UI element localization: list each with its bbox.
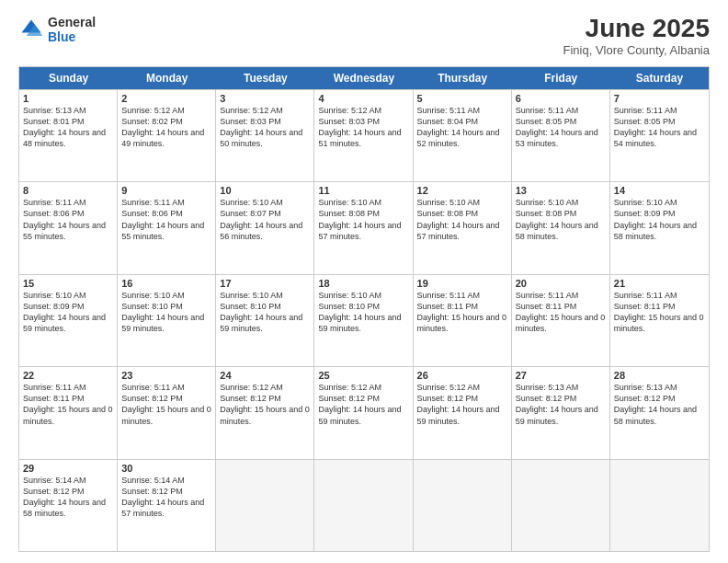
cell-7-info: Sunrise: 5:11 AMSunset: 8:05 PMDaylight:… [614,105,705,150]
cell-23: 23 Sunrise: 5:11 AMSunset: 8:12 PMDaylig… [118,367,216,458]
cal-row-2: 8 Sunrise: 5:11 AMSunset: 8:06 PMDayligh… [19,181,709,273]
header-sunday: Sunday [19,67,118,89]
header-thursday: Thursday [414,67,512,89]
day-num-20: 20 [516,278,606,289]
cell-24-info: Sunrise: 5:12 AMSunset: 8:12 PMDaylight:… [220,382,310,427]
cell-26: 26 Sunrise: 5:12 AMSunset: 8:12 PMDaylig… [414,367,512,458]
cell-18-info: Sunrise: 5:10 AMSunset: 8:10 PMDaylight:… [318,290,408,335]
day-num-7: 7 [614,93,705,104]
cell-empty-3 [414,460,512,551]
day-num-26: 26 [417,370,507,381]
cell-9: 9 Sunrise: 5:11 AMSunset: 8:06 PMDayligh… [118,182,216,273]
title-block: June 2025 Finiq, Vlore County, Albania [563,15,710,57]
cell-8-info: Sunrise: 5:11 AMSunset: 8:06 PMDaylight:… [23,197,113,242]
logo-blue-label: Blue [48,29,96,44]
cell-23-info: Sunrise: 5:11 AMSunset: 8:12 PMDaylight:… [121,382,211,427]
day-num-8: 8 [23,185,113,196]
day-num-6: 6 [516,93,606,104]
day-num-14: 14 [614,185,705,196]
day-num-27: 27 [516,370,606,381]
day-num-2: 2 [121,93,211,104]
day-num-12: 12 [417,185,507,196]
cell-5-info: Sunrise: 5:11 AMSunset: 8:04 PMDaylight:… [417,105,507,150]
calendar-body: 1 Sunrise: 5:13 AMSunset: 8:01 PMDayligh… [19,89,709,551]
cell-21-info: Sunrise: 5:11 AMSunset: 8:11 PMDaylight:… [614,290,705,335]
header-tuesday: Tuesday [216,67,314,89]
cell-2: 2 Sunrise: 5:12 AMSunset: 8:02 PMDayligh… [118,90,216,181]
cell-28-info: Sunrise: 5:13 AMSunset: 8:12 PMDaylight:… [614,382,705,427]
cell-18: 18 Sunrise: 5:10 AMSunset: 8:10 PMDaylig… [314,275,413,366]
cell-6-info: Sunrise: 5:11 AMSunset: 8:05 PMDaylight:… [516,105,606,150]
day-num-17: 17 [220,278,310,289]
header: General Blue June 2025 Finiq, Vlore Coun… [18,15,710,57]
cell-4: 4 Sunrise: 5:12 AMSunset: 8:03 PMDayligh… [314,90,413,181]
cell-9-info: Sunrise: 5:11 AMSunset: 8:06 PMDaylight:… [121,197,211,242]
day-num-23: 23 [121,370,211,381]
day-num-24: 24 [220,370,310,381]
day-num-15: 15 [23,278,113,289]
cell-13: 13 Sunrise: 5:10 AMSunset: 8:08 PMDaylig… [512,182,610,273]
day-num-10: 10 [220,185,310,196]
day-num-16: 16 [121,278,211,289]
day-num-22: 22 [23,370,113,381]
cell-17: 17 Sunrise: 5:10 AMSunset: 8:10 PMDaylig… [216,275,314,366]
calendar: Sunday Monday Tuesday Wednesday Thursday… [18,66,710,552]
cell-20: 20 Sunrise: 5:11 AMSunset: 8:11 PMDaylig… [512,275,610,366]
cell-29-info: Sunrise: 5:14 AMSunset: 8:12 PMDaylight:… [23,475,113,520]
cell-19-info: Sunrise: 5:11 AMSunset: 8:11 PMDaylight:… [417,290,507,335]
cal-row-1: 1 Sunrise: 5:13 AMSunset: 8:01 PMDayligh… [19,89,709,181]
cell-12-info: Sunrise: 5:10 AMSunset: 8:08 PMDaylight:… [417,197,507,242]
day-num-9: 9 [121,185,211,196]
day-num-18: 18 [318,278,408,289]
cell-27-info: Sunrise: 5:13 AMSunset: 8:12 PMDaylight:… [516,382,606,427]
day-num-1: 1 [23,93,113,104]
day-num-13: 13 [516,185,606,196]
cell-15-info: Sunrise: 5:10 AMSunset: 8:09 PMDaylight:… [23,290,113,335]
logo-text: General Blue [48,15,96,44]
cell-empty-1 [216,460,314,551]
title-month: June 2025 [563,15,710,43]
cell-30-info: Sunrise: 5:14 AMSunset: 8:12 PMDaylight:… [121,475,211,520]
cell-16-info: Sunrise: 5:10 AMSunset: 8:10 PMDaylight:… [121,290,211,335]
cell-14-info: Sunrise: 5:10 AMSunset: 8:09 PMDaylight:… [614,197,705,242]
day-num-11: 11 [318,185,408,196]
cell-4-info: Sunrise: 5:12 AMSunset: 8:03 PMDaylight:… [318,105,408,150]
cell-19: 19 Sunrise: 5:11 AMSunset: 8:11 PMDaylig… [414,275,512,366]
page: General Blue June 2025 Finiq, Vlore Coun… [0,0,728,563]
header-saturday: Saturday [610,67,709,89]
cell-10: 10 Sunrise: 5:10 AMSunset: 8:07 PMDaylig… [216,182,314,273]
cell-8: 8 Sunrise: 5:11 AMSunset: 8:06 PMDayligh… [19,182,118,273]
cell-10-info: Sunrise: 5:10 AMSunset: 8:07 PMDaylight:… [220,197,310,242]
cal-row-5: 29 Sunrise: 5:14 AMSunset: 8:12 PMDaylig… [19,459,709,551]
cell-30: 30 Sunrise: 5:14 AMSunset: 8:12 PMDaylig… [118,460,216,551]
header-monday: Monday [118,67,216,89]
header-wednesday: Wednesday [314,67,413,89]
cell-3-info: Sunrise: 5:12 AMSunset: 8:03 PMDaylight:… [220,105,310,150]
cell-13-info: Sunrise: 5:10 AMSunset: 8:08 PMDaylight:… [516,197,606,242]
cell-22-info: Sunrise: 5:11 AMSunset: 8:11 PMDaylight:… [23,382,113,427]
cell-11: 11 Sunrise: 5:10 AMSunset: 8:08 PMDaylig… [314,182,413,273]
cell-22: 22 Sunrise: 5:11 AMSunset: 8:11 PMDaylig… [19,367,118,458]
cell-3: 3 Sunrise: 5:12 AMSunset: 8:03 PMDayligh… [216,90,314,181]
cell-12: 12 Sunrise: 5:10 AMSunset: 8:08 PMDaylig… [414,182,512,273]
logo-icon [18,17,44,42]
cal-row-3: 15 Sunrise: 5:10 AMSunset: 8:09 PMDaylig… [19,274,709,366]
cell-21: 21 Sunrise: 5:11 AMSunset: 8:11 PMDaylig… [610,275,709,366]
logo: General Blue [18,15,96,44]
day-num-28: 28 [614,370,705,381]
cell-29: 29 Sunrise: 5:14 AMSunset: 8:12 PMDaylig… [19,460,118,551]
calendar-header: Sunday Monday Tuesday Wednesday Thursday… [19,67,709,89]
cell-empty-5 [610,460,709,551]
day-num-5: 5 [417,93,507,104]
day-num-30: 30 [121,463,211,474]
cell-25: 25 Sunrise: 5:12 AMSunset: 8:12 PMDaylig… [314,367,413,458]
cell-14: 14 Sunrise: 5:10 AMSunset: 8:09 PMDaylig… [610,182,709,273]
cell-15: 15 Sunrise: 5:10 AMSunset: 8:09 PMDaylig… [19,275,118,366]
day-num-21: 21 [614,278,705,289]
cell-25-info: Sunrise: 5:12 AMSunset: 8:12 PMDaylight:… [318,382,408,427]
logo-general-label: General [48,15,96,29]
day-num-25: 25 [318,370,408,381]
day-num-4: 4 [318,93,408,104]
cell-empty-2 [314,460,413,551]
cell-16: 16 Sunrise: 5:10 AMSunset: 8:10 PMDaylig… [118,275,216,366]
